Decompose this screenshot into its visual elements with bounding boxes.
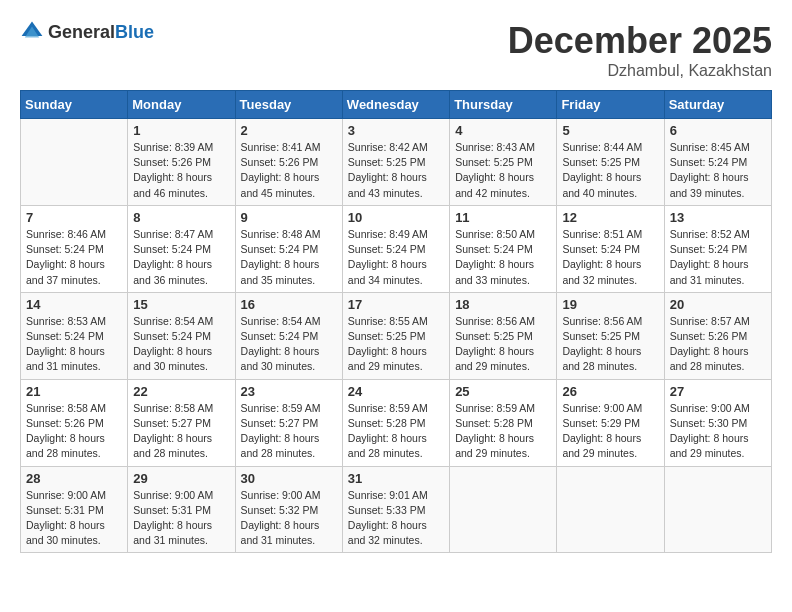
day-number: 18	[455, 297, 551, 312]
calendar-cell: 12Sunrise: 8:51 AMSunset: 5:24 PMDayligh…	[557, 205, 664, 292]
day-info: Sunrise: 8:41 AMSunset: 5:26 PMDaylight:…	[241, 140, 337, 201]
calendar-cell: 3Sunrise: 8:42 AMSunset: 5:25 PMDaylight…	[342, 119, 449, 206]
day-number: 9	[241, 210, 337, 225]
day-number: 31	[348, 471, 444, 486]
day-number: 1	[133, 123, 229, 138]
day-info: Sunrise: 8:56 AMSunset: 5:25 PMDaylight:…	[455, 314, 551, 375]
day-info: Sunrise: 8:42 AMSunset: 5:25 PMDaylight:…	[348, 140, 444, 201]
day-info: Sunrise: 9:01 AMSunset: 5:33 PMDaylight:…	[348, 488, 444, 549]
day-number: 4	[455, 123, 551, 138]
calendar-cell: 13Sunrise: 8:52 AMSunset: 5:24 PMDayligh…	[664, 205, 771, 292]
day-info: Sunrise: 8:50 AMSunset: 5:24 PMDaylight:…	[455, 227, 551, 288]
calendar-cell: 25Sunrise: 8:59 AMSunset: 5:28 PMDayligh…	[450, 379, 557, 466]
day-number: 6	[670, 123, 766, 138]
day-number: 29	[133, 471, 229, 486]
day-info: Sunrise: 8:58 AMSunset: 5:26 PMDaylight:…	[26, 401, 122, 462]
calendar-cell: 20Sunrise: 8:57 AMSunset: 5:26 PMDayligh…	[664, 292, 771, 379]
day-number: 27	[670, 384, 766, 399]
calendar-cell: 4Sunrise: 8:43 AMSunset: 5:25 PMDaylight…	[450, 119, 557, 206]
month-title: December 2025	[508, 20, 772, 62]
calendar-cell: 18Sunrise: 8:56 AMSunset: 5:25 PMDayligh…	[450, 292, 557, 379]
day-number: 25	[455, 384, 551, 399]
day-number: 11	[455, 210, 551, 225]
day-info: Sunrise: 8:57 AMSunset: 5:26 PMDaylight:…	[670, 314, 766, 375]
logo-icon	[20, 20, 44, 44]
calendar-cell: 29Sunrise: 9:00 AMSunset: 5:31 PMDayligh…	[128, 466, 235, 553]
calendar-cell: 26Sunrise: 9:00 AMSunset: 5:29 PMDayligh…	[557, 379, 664, 466]
day-number: 23	[241, 384, 337, 399]
day-info: Sunrise: 8:48 AMSunset: 5:24 PMDaylight:…	[241, 227, 337, 288]
calendar-week-row: 7Sunrise: 8:46 AMSunset: 5:24 PMDaylight…	[21, 205, 772, 292]
day-info: Sunrise: 8:56 AMSunset: 5:25 PMDaylight:…	[562, 314, 658, 375]
calendar-cell: 27Sunrise: 9:00 AMSunset: 5:30 PMDayligh…	[664, 379, 771, 466]
day-number: 19	[562, 297, 658, 312]
day-info: Sunrise: 8:51 AMSunset: 5:24 PMDaylight:…	[562, 227, 658, 288]
logo: GeneralBlue	[20, 20, 154, 44]
day-number: 16	[241, 297, 337, 312]
logo-blue: Blue	[115, 22, 154, 42]
location: Dzhambul, Kazakhstan	[508, 62, 772, 80]
day-info: Sunrise: 9:00 AMSunset: 5:32 PMDaylight:…	[241, 488, 337, 549]
calendar-cell	[664, 466, 771, 553]
day-info: Sunrise: 9:00 AMSunset: 5:31 PMDaylight:…	[26, 488, 122, 549]
calendar-cell: 22Sunrise: 8:58 AMSunset: 5:27 PMDayligh…	[128, 379, 235, 466]
calendar-week-row: 1Sunrise: 8:39 AMSunset: 5:26 PMDaylight…	[21, 119, 772, 206]
day-info: Sunrise: 8:44 AMSunset: 5:25 PMDaylight:…	[562, 140, 658, 201]
calendar-cell: 7Sunrise: 8:46 AMSunset: 5:24 PMDaylight…	[21, 205, 128, 292]
day-info: Sunrise: 8:53 AMSunset: 5:24 PMDaylight:…	[26, 314, 122, 375]
calendar-week-row: 14Sunrise: 8:53 AMSunset: 5:24 PMDayligh…	[21, 292, 772, 379]
header-tuesday: Tuesday	[235, 91, 342, 119]
calendar-cell: 31Sunrise: 9:01 AMSunset: 5:33 PMDayligh…	[342, 466, 449, 553]
calendar-table: SundayMondayTuesdayWednesdayThursdayFrid…	[20, 90, 772, 553]
calendar-cell: 23Sunrise: 8:59 AMSunset: 5:27 PMDayligh…	[235, 379, 342, 466]
day-number: 30	[241, 471, 337, 486]
calendar-cell: 2Sunrise: 8:41 AMSunset: 5:26 PMDaylight…	[235, 119, 342, 206]
day-info: Sunrise: 8:54 AMSunset: 5:24 PMDaylight:…	[241, 314, 337, 375]
day-number: 17	[348, 297, 444, 312]
day-info: Sunrise: 8:39 AMSunset: 5:26 PMDaylight:…	[133, 140, 229, 201]
calendar-cell: 28Sunrise: 9:00 AMSunset: 5:31 PMDayligh…	[21, 466, 128, 553]
calendar-cell: 19Sunrise: 8:56 AMSunset: 5:25 PMDayligh…	[557, 292, 664, 379]
page-header: GeneralBlue December 2025 Dzhambul, Kaza…	[20, 20, 772, 80]
calendar-cell: 16Sunrise: 8:54 AMSunset: 5:24 PMDayligh…	[235, 292, 342, 379]
header-sunday: Sunday	[21, 91, 128, 119]
day-number: 24	[348, 384, 444, 399]
calendar-cell: 6Sunrise: 8:45 AMSunset: 5:24 PMDaylight…	[664, 119, 771, 206]
calendar-cell: 17Sunrise: 8:55 AMSunset: 5:25 PMDayligh…	[342, 292, 449, 379]
day-number: 5	[562, 123, 658, 138]
day-info: Sunrise: 8:58 AMSunset: 5:27 PMDaylight:…	[133, 401, 229, 462]
day-info: Sunrise: 8:59 AMSunset: 5:27 PMDaylight:…	[241, 401, 337, 462]
day-number: 26	[562, 384, 658, 399]
header-friday: Friday	[557, 91, 664, 119]
calendar-cell: 5Sunrise: 8:44 AMSunset: 5:25 PMDaylight…	[557, 119, 664, 206]
day-info: Sunrise: 8:43 AMSunset: 5:25 PMDaylight:…	[455, 140, 551, 201]
day-number: 21	[26, 384, 122, 399]
calendar-week-row: 21Sunrise: 8:58 AMSunset: 5:26 PMDayligh…	[21, 379, 772, 466]
day-info: Sunrise: 8:59 AMSunset: 5:28 PMDaylight:…	[348, 401, 444, 462]
day-number: 14	[26, 297, 122, 312]
day-info: Sunrise: 8:54 AMSunset: 5:24 PMDaylight:…	[133, 314, 229, 375]
day-info: Sunrise: 8:49 AMSunset: 5:24 PMDaylight:…	[348, 227, 444, 288]
day-info: Sunrise: 8:55 AMSunset: 5:25 PMDaylight:…	[348, 314, 444, 375]
day-info: Sunrise: 9:00 AMSunset: 5:29 PMDaylight:…	[562, 401, 658, 462]
day-number: 8	[133, 210, 229, 225]
day-info: Sunrise: 8:45 AMSunset: 5:24 PMDaylight:…	[670, 140, 766, 201]
calendar-cell: 30Sunrise: 9:00 AMSunset: 5:32 PMDayligh…	[235, 466, 342, 553]
day-info: Sunrise: 8:46 AMSunset: 5:24 PMDaylight:…	[26, 227, 122, 288]
calendar-week-row: 28Sunrise: 9:00 AMSunset: 5:31 PMDayligh…	[21, 466, 772, 553]
calendar-cell: 11Sunrise: 8:50 AMSunset: 5:24 PMDayligh…	[450, 205, 557, 292]
day-number: 20	[670, 297, 766, 312]
title-block: December 2025 Dzhambul, Kazakhstan	[508, 20, 772, 80]
calendar-header-row: SundayMondayTuesdayWednesdayThursdayFrid…	[21, 91, 772, 119]
calendar-cell: 24Sunrise: 8:59 AMSunset: 5:28 PMDayligh…	[342, 379, 449, 466]
day-info: Sunrise: 8:52 AMSunset: 5:24 PMDaylight:…	[670, 227, 766, 288]
day-number: 12	[562, 210, 658, 225]
calendar-cell: 14Sunrise: 8:53 AMSunset: 5:24 PMDayligh…	[21, 292, 128, 379]
day-number: 22	[133, 384, 229, 399]
calendar-cell: 9Sunrise: 8:48 AMSunset: 5:24 PMDaylight…	[235, 205, 342, 292]
day-number: 28	[26, 471, 122, 486]
header-saturday: Saturday	[664, 91, 771, 119]
logo-general: General	[48, 22, 115, 42]
calendar-cell: 21Sunrise: 8:58 AMSunset: 5:26 PMDayligh…	[21, 379, 128, 466]
day-info: Sunrise: 8:59 AMSunset: 5:28 PMDaylight:…	[455, 401, 551, 462]
